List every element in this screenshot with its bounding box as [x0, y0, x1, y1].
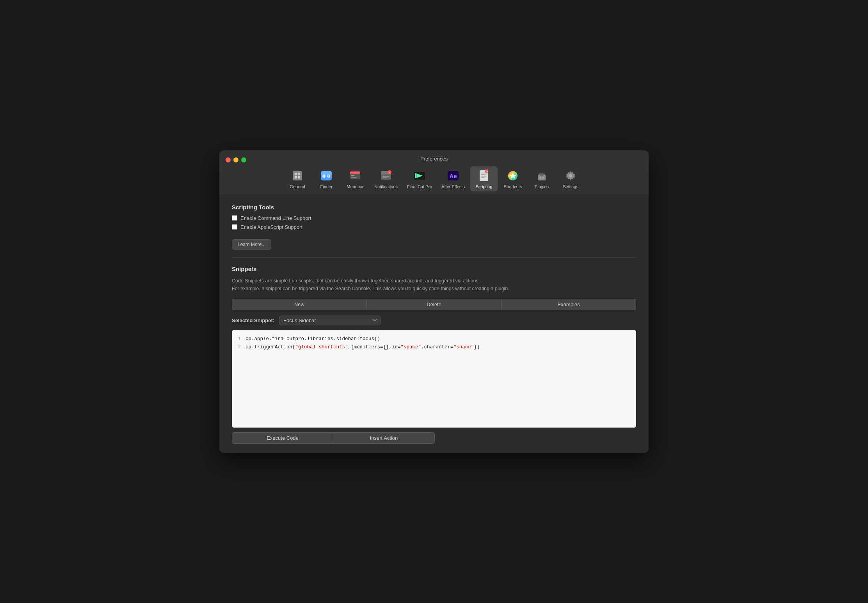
cmd-line-row: Enable Command Line Support — [232, 215, 636, 221]
desc-line1: Code Snippets are simple Lua scripts, th… — [232, 278, 480, 284]
new-snippet-button[interactable]: New — [232, 299, 367, 310]
svg-rect-39 — [540, 173, 544, 176]
svg-rect-34 — [481, 177, 485, 178]
svg-rect-0 — [293, 171, 302, 180]
execute-code-button[interactable]: Execute Code — [232, 432, 333, 444]
svg-rect-32 — [481, 174, 486, 175]
svg-rect-40 — [539, 173, 540, 175]
bottom-action-buttons: Execute Code Insert Action — [232, 432, 636, 444]
tab-finder-label: Finder — [320, 184, 332, 189]
enable-cmdline-checkbox[interactable] — [232, 215, 237, 221]
examples-snippet-button[interactable]: Examples — [502, 299, 636, 310]
tab-scripting[interactable]: JS Scripting — [470, 166, 498, 191]
svg-point-45 — [569, 174, 572, 177]
enable-cmdline-label: Enable Command Line Support — [240, 215, 311, 221]
notifications-icon: ! — [379, 169, 393, 183]
shortcuts-icon — [506, 169, 520, 183]
section-divider — [232, 257, 636, 258]
svg-rect-4 — [298, 176, 300, 178]
svg-rect-2 — [298, 173, 300, 175]
menubar-icon — [348, 169, 362, 183]
tab-settings[interactable]: Settings — [557, 166, 584, 191]
snippets-title: Snippets — [232, 266, 636, 272]
applescript-row: Enable AppleScript Support — [232, 224, 636, 230]
tab-shortcuts-label: Shortcuts — [504, 184, 522, 189]
snippets-section: Snippets Code Snippets are simple Lua sc… — [232, 266, 636, 444]
window-title: Preferences — [420, 156, 448, 162]
tab-fcp-label: Final Cut Pro — [407, 184, 432, 189]
learn-more-button[interactable]: Learn More... — [232, 239, 271, 250]
content-area: Scripting Tools Enable Command Line Supp… — [219, 194, 649, 453]
enable-applescript-label: Enable AppleScript Support — [240, 224, 302, 230]
finder-icon — [319, 169, 333, 183]
svg-rect-3 — [295, 176, 297, 178]
line-num-1: 1 — [235, 335, 241, 343]
tab-plugins[interactable]: Plugins — [528, 166, 555, 191]
code-text-1: cp.apple.finalcutpro.libraries.sidebar:f… — [245, 335, 380, 343]
tab-menubar-label: Menubar — [347, 184, 363, 189]
selected-snippet-label: Selected Snippet: — [232, 318, 274, 323]
after-effects-icon: Ae — [446, 169, 460, 183]
tab-shortcuts[interactable]: Shortcuts — [499, 166, 526, 191]
svg-point-43 — [542, 177, 544, 178]
scripting-tools-section: Scripting Tools Enable Command Line Supp… — [232, 204, 636, 250]
tab-scripting-label: Scripting — [476, 184, 493, 189]
tab-notifications[interactable]: ! Notifications — [370, 166, 402, 191]
desc-line2: For example, a snippet can be triggered … — [232, 286, 509, 291]
svg-rect-21 — [382, 177, 387, 178]
svg-rect-1 — [295, 173, 297, 175]
snippet-action-buttons: New Delete Examples — [232, 299, 636, 310]
tab-notifications-label: Notifications — [374, 184, 398, 189]
svg-rect-7 — [321, 173, 332, 175]
svg-rect-14 — [350, 173, 360, 174]
final-cut-pro-icon — [413, 169, 427, 183]
enable-applescript-checkbox[interactable] — [232, 224, 237, 230]
svg-text:!: ! — [389, 171, 390, 174]
svg-rect-38 — [538, 175, 546, 180]
selected-snippet-row: Selected Snippet: Focus Sidebar — [232, 316, 636, 325]
tab-general-label: General — [290, 184, 305, 189]
tab-ae-label: After Effects — [441, 184, 465, 189]
svg-text:JS: JS — [485, 170, 488, 172]
line-num-2: 2 — [235, 343, 241, 351]
titlebar: Preferences General — [219, 150, 649, 194]
scripting-tools-title: Scripting Tools — [232, 204, 636, 211]
plugins-icon — [535, 169, 549, 183]
svg-text:Ae: Ae — [449, 173, 457, 179]
svg-rect-20 — [382, 176, 390, 177]
tab-general[interactable]: General — [284, 166, 311, 191]
tab-final-cut-pro[interactable]: Final Cut Pro — [403, 166, 436, 191]
tab-menubar[interactable]: Menubar — [342, 166, 369, 191]
minimize-button[interactable] — [233, 157, 238, 162]
traffic-lights — [226, 157, 246, 162]
toolbar: General Finder — [284, 166, 584, 194]
maximize-button[interactable] — [241, 157, 246, 162]
preferences-window: Preferences General — [219, 150, 649, 453]
insert-action-button[interactable]: Insert Action — [333, 432, 435, 444]
scripting-icon: JS — [477, 169, 491, 183]
tab-plugins-label: Plugins — [535, 184, 549, 189]
tab-settings-label: Settings — [563, 184, 578, 189]
svg-rect-16 — [351, 177, 357, 178]
code-text-2: cp.triggerAction("global_shortcuts",{mod… — [245, 343, 480, 351]
svg-rect-33 — [481, 176, 486, 177]
snippet-select[interactable]: Focus Sidebar — [279, 316, 381, 325]
code-line-1: 1 cp.apple.finalcutpro.libraries.sidebar… — [235, 335, 633, 343]
code-line-2: 2 cp.triggerAction("global_shortcuts",{m… — [235, 343, 633, 351]
svg-rect-31 — [481, 173, 487, 173]
svg-point-42 — [539, 177, 541, 178]
tab-finder[interactable]: Finder — [313, 166, 340, 191]
code-editor[interactable]: 1 cp.apple.finalcutpro.libraries.sidebar… — [232, 330, 636, 428]
svg-rect-41 — [544, 173, 545, 175]
general-icon — [290, 169, 304, 183]
settings-icon — [564, 169, 578, 183]
delete-snippet-button[interactable]: Delete — [367, 299, 502, 310]
close-button[interactable] — [226, 157, 231, 162]
tab-after-effects[interactable]: Ae After Effects — [438, 166, 469, 191]
svg-rect-15 — [351, 175, 354, 176]
snippets-description: Code Snippets are simple Lua scripts, th… — [232, 277, 636, 293]
